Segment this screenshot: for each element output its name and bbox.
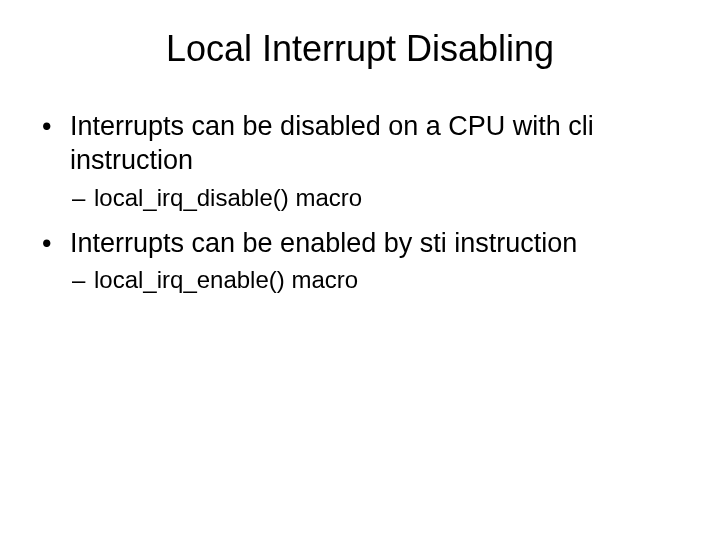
bullet-marker-icon: • bbox=[42, 110, 70, 144]
dash-marker-icon: – bbox=[72, 264, 94, 295]
bullet-item: • Interrupts can be disabled on a CPU wi… bbox=[42, 110, 690, 178]
dash-marker-icon: – bbox=[72, 182, 94, 213]
bullet-item: • Interrupts can be enabled by sti instr… bbox=[42, 227, 690, 261]
sub-bullet-item: – local_irq_disable() macro bbox=[72, 182, 690, 213]
slide-content: • Interrupts can be disabled on a CPU wi… bbox=[30, 110, 690, 296]
slide: Local Interrupt Disabling • Interrupts c… bbox=[0, 0, 720, 540]
bullet-marker-icon: • bbox=[42, 227, 70, 261]
bullet-text: Interrupts can be enabled by sti instruc… bbox=[70, 227, 690, 261]
sub-bullet-item: – local_irq_enable() macro bbox=[72, 264, 690, 295]
sub-bullet-text: local_irq_enable() macro bbox=[94, 264, 690, 295]
sub-bullet-text: local_irq_disable() macro bbox=[94, 182, 690, 213]
bullet-text: Interrupts can be disabled on a CPU with… bbox=[70, 110, 690, 178]
slide-title: Local Interrupt Disabling bbox=[30, 28, 690, 70]
